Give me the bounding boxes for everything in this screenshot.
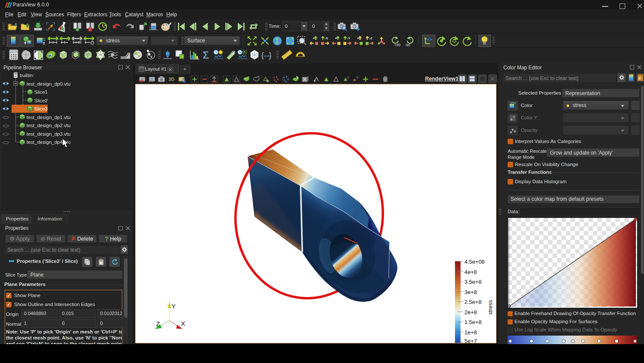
svg-text:e: e bbox=[638, 75, 641, 80]
svg-text:-90: -90 bbox=[405, 43, 411, 47]
svg-text:+90: +90 bbox=[394, 43, 401, 47]
svg-text:1.5e+8: 1.5e+8 bbox=[464, 319, 482, 325]
svg-text:3e+8: 3e+8 bbox=[464, 289, 477, 295]
svg-text:1e+8: 1e+8 bbox=[464, 329, 477, 335]
svg-text:-Z: -Z bbox=[369, 36, 372, 40]
svg-text:}: } bbox=[269, 51, 272, 60]
svg-text:3.5e+8: 3.5e+8 bbox=[464, 279, 482, 285]
svg-text:X: X bbox=[181, 320, 185, 327]
svg-text:2e+8: 2e+8 bbox=[464, 309, 477, 315]
svg-text:Y: Y bbox=[171, 303, 176, 310]
svg-text:?: ? bbox=[347, 76, 349, 80]
svg-text:Z: Z bbox=[156, 320, 160, 327]
svg-text:Σ: Σ bbox=[203, 49, 209, 61]
svg-text:-Y: -Y bbox=[347, 36, 351, 40]
svg-text:5e+7: 5e+7 bbox=[464, 338, 477, 344]
svg-text:2.5e+8: 2.5e+8 bbox=[464, 299, 482, 305]
svg-text:?: ? bbox=[356, 76, 358, 80]
svg-text:2: 2 bbox=[43, 41, 45, 45]
svg-text:4e+8: 4e+8 bbox=[464, 268, 477, 275]
svg-text:4.5e+08: 4.5e+08 bbox=[464, 259, 484, 265]
svg-text:{: { bbox=[261, 51, 264, 60]
svg-text:-X: -X bbox=[325, 36, 328, 40]
svg-text:stress: stress bbox=[487, 300, 493, 315]
